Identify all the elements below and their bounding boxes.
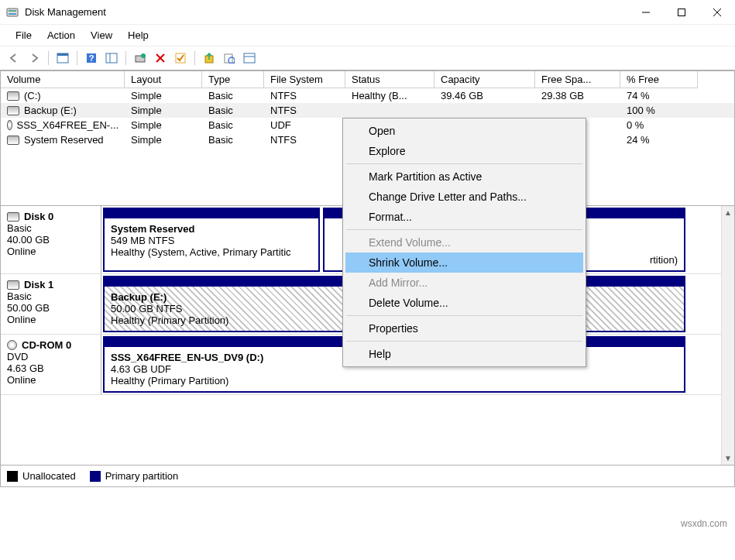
partition-size: 549 MB NTFS <box>111 235 312 246</box>
disk-size: 4.63 GB <box>7 362 94 374</box>
scroll-up-icon[interactable]: ▲ <box>722 206 734 219</box>
close-button[interactable] <box>699 0 735 24</box>
volume-type: Basic <box>202 103 264 118</box>
volume-fs: UDF <box>264 118 345 132</box>
volume-table-header: Volume Layout Type File System Status Ca… <box>1 71 734 88</box>
partition-health: Healthy (Primary Partition) <box>111 375 678 387</box>
volume-row[interactable]: (C:)SimpleBasicNTFSHealthy (B...39.46 GB… <box>1 88 734 103</box>
volume-status <box>345 103 434 118</box>
context-menu-separator <box>346 163 582 164</box>
svg-point-14 <box>141 53 146 58</box>
disk-state: Online <box>7 374 94 386</box>
hdd-icon <box>7 280 19 290</box>
volume-pctfree: 74 % <box>620 88 698 103</box>
context-menu-item[interactable]: Explore <box>345 141 583 161</box>
disk-type: DVD <box>7 351 94 362</box>
disk-size: 50.00 GB <box>7 302 94 314</box>
context-menu-item[interactable]: Open <box>345 121 583 141</box>
volume-fs: NTFS <box>264 88 345 103</box>
watermark: wsxdn.com <box>681 518 727 529</box>
cd-icon <box>7 340 17 350</box>
col-layout[interactable]: Layout <box>125 71 202 88</box>
disk-info[interactable]: CD-ROM 0DVD4.63 GBOnline <box>1 335 101 394</box>
volume-capacity <box>434 103 535 118</box>
hdd-icon <box>7 136 19 145</box>
menu-help[interactable]: Help <box>120 26 156 44</box>
volume-row[interactable]: Backup (E:)SimpleBasicNTFS100 % <box>1 103 734 118</box>
volume-layout: Simple <box>125 103 202 118</box>
volume-layout: Simple <box>125 88 202 103</box>
menu-action[interactable]: Action <box>39 26 83 44</box>
volume-name: Backup (E:) <box>24 105 77 116</box>
svg-rect-1 <box>9 10 16 12</box>
col-status[interactable]: Status <box>345 71 434 88</box>
context-menu-item[interactable]: Change Drive Letter and Paths... <box>345 187 583 207</box>
volume-free <box>535 103 620 118</box>
disk-info[interactable]: Disk 1Basic50.00 GBOnline <box>1 274 101 334</box>
disk-state: Online <box>7 314 94 325</box>
svg-text:?: ? <box>89 53 94 63</box>
hdd-icon <box>7 91 19 101</box>
forward-button[interactable] <box>25 49 43 67</box>
legend-primary-swatch <box>90 471 101 482</box>
toolbar: ? <box>0 46 735 70</box>
menu-file[interactable]: File <box>8 26 39 44</box>
context-menu-item[interactable]: Mark Partition as Active <box>345 167 583 187</box>
menu-view[interactable]: View <box>83 26 120 44</box>
maximize-button[interactable] <box>664 0 699 24</box>
volume-name: (C:) <box>24 90 41 101</box>
volume-name: SSS_X64FREE_EN-... <box>17 119 119 131</box>
back-button[interactable] <box>5 49 23 67</box>
minimize-button[interactable] <box>628 0 664 24</box>
toolbar-icon-2[interactable] <box>102 49 121 67</box>
volume-type: Basic <box>202 118 264 132</box>
volume-free: 29.38 GB <box>535 88 620 103</box>
legend-primary-label: Primary partition <box>105 470 179 482</box>
menubar: File Action View Help <box>0 25 735 46</box>
disk-info[interactable]: Disk 0Basic40.00 GBOnline <box>1 206 101 273</box>
volume-pctfree: 0 % <box>620 118 698 132</box>
svg-rect-11 <box>106 53 117 63</box>
svg-line-21 <box>234 63 235 64</box>
show-hide-tree-button[interactable] <box>53 49 72 67</box>
delete-icon[interactable] <box>151 49 170 67</box>
scrollbar[interactable]: ▲ ▼ <box>721 206 734 465</box>
check-icon[interactable] <box>171 49 190 67</box>
volume-name: System Reserved <box>24 134 104 146</box>
context-menu-item: Add Mirror... <box>345 273 583 293</box>
volume-status: Healthy (B... <box>345 88 434 103</box>
context-menu-item: Extend Volume... <box>345 232 583 253</box>
svg-rect-2 <box>9 13 16 15</box>
context-menu-item[interactable]: Shrink Volume... <box>345 253 583 273</box>
partition-name: System Reserved <box>111 223 312 235</box>
toolbar-icon-3[interactable] <box>200 49 218 67</box>
context-menu: OpenExploreMark Partition as ActiveChang… <box>342 118 586 367</box>
context-menu-item[interactable]: Format... <box>345 207 583 227</box>
help-button[interactable]: ? <box>82 49 101 67</box>
disk-type: Basic <box>7 290 94 302</box>
partition[interactable]: System Reserved549 MB NTFSHealthy (Syste… <box>103 218 320 272</box>
volume-layout: Simple <box>125 118 202 132</box>
disk-name: Disk 0 <box>24 211 53 222</box>
window-title: Disk Management <box>25 6 628 18</box>
context-menu-item[interactable]: Delete Volume... <box>345 293 583 313</box>
col-filesystem[interactable]: File System <box>264 71 345 88</box>
legend-unallocated-label: Unallocated <box>22 470 76 482</box>
refresh-button[interactable] <box>131 49 149 67</box>
col-type[interactable]: Type <box>202 71 264 88</box>
volume-fs: NTFS <box>264 132 345 147</box>
scroll-down-icon[interactable]: ▼ <box>722 452 734 465</box>
col-free[interactable]: Free Spa... <box>535 71 620 88</box>
context-menu-item[interactable]: Properties <box>345 318 583 338</box>
cd-icon <box>7 120 12 130</box>
volume-fs: NTFS <box>264 103 345 118</box>
volume-type: Basic <box>202 88 264 103</box>
context-menu-item[interactable]: Help <box>345 344 583 364</box>
properties-icon[interactable] <box>220 49 239 67</box>
toolbar-icon-4[interactable] <box>240 49 259 67</box>
partition-header-bar <box>103 208 320 218</box>
app-icon <box>6 6 19 19</box>
col-volume[interactable]: Volume <box>1 71 125 88</box>
col-pctfree[interactable]: % Free <box>620 71 698 88</box>
col-capacity[interactable]: Capacity <box>434 71 535 88</box>
